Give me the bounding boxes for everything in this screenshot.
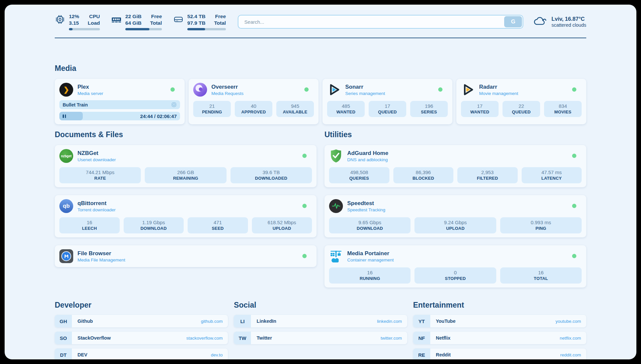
stat-value: 9.65 Gbps <box>330 220 409 225</box>
app-subtitle: Media server <box>77 91 103 96</box>
app-title: NZBGet <box>77 150 116 157</box>
link-row-dev[interactable]: DT DEV dev.to <box>55 349 228 359</box>
link-name: Netflix <box>436 335 560 341</box>
stat-value: 485 <box>328 103 363 109</box>
link-row-linkedin[interactable]: LI LinkedIn linkedin.com <box>234 315 407 327</box>
app-card-nzbget[interactable]: nzbget NZBGet Usenet downloader 744.21 M… <box>55 145 317 187</box>
link-name: LinkedIn <box>257 318 377 324</box>
app-card-overseerr[interactable]: Overseerr Media Requests 21 PENDING 40 A… <box>189 79 319 124</box>
now-playing-row: Bullet Train <box>59 100 180 109</box>
stat-label: WANTED <box>462 109 497 114</box>
status-dot <box>438 87 443 92</box>
stat-value: 498,508 <box>330 169 388 175</box>
disk-progress-fill <box>187 28 205 30</box>
stat-value: 86,396 <box>395 169 452 175</box>
app-card-speedtest[interactable]: Speedtest Speedtest Tracking 9.65 Gbps D… <box>324 195 586 237</box>
stat-value: 17 <box>370 103 405 109</box>
disk-icon <box>173 14 184 25</box>
app-card-sonarr[interactable]: Sonarr Series management 485 WANTED 17 Q… <box>322 79 452 124</box>
stat-box: 618.52 Mbps UPLOAD <box>252 217 312 233</box>
app-subtitle: Speedtest Tracking <box>347 207 385 212</box>
stat-value: 9.24 Gbps <box>416 220 495 225</box>
topbar-divider <box>55 38 586 38</box>
link-row-youtube[interactable]: YT YouTube youtube.com <box>413 315 586 327</box>
stat-box: 17 QUEUED <box>369 101 406 117</box>
stat-label: REMAINING <box>146 176 225 181</box>
stat-box: 0 STOPPED <box>414 267 496 284</box>
app-title: Media Portainer <box>347 250 394 257</box>
search-button[interactable]: G <box>504 16 522 27</box>
link-name: Github <box>77 318 201 324</box>
cpu-progress-fill <box>69 28 73 30</box>
link-url: netflix.com <box>560 336 581 341</box>
section-utilities: Utilities <box>324 130 586 288</box>
link-row-netflix[interactable]: NF Netflix netflix.com <box>413 332 586 344</box>
qbittorrent-icon: qb <box>59 199 73 213</box>
ram-stat: 22 GiB 64 GiB Free Total <box>111 13 162 30</box>
stat-label: QUEUED <box>370 109 405 114</box>
stat-value: 0 <box>416 270 495 275</box>
session-icon <box>171 102 177 107</box>
disk-stat: 52.4 TB 97.9 TB Free Total <box>173 13 226 30</box>
stat-value: 1.19 Gbps <box>125 220 183 225</box>
ram-label-top: Free <box>150 13 162 20</box>
stat-label: WANTED <box>328 109 363 114</box>
link-row-github[interactable]: GH Github github.com <box>55 315 228 327</box>
section-heading-utilities: Utilities <box>324 130 586 139</box>
app-subtitle: Media File Management <box>77 258 125 262</box>
app-card-plex[interactable]: ❯ Plex Media server Bullet Train <box>55 79 185 124</box>
stat-box: 744.21 Mbps RATE <box>59 167 141 183</box>
stat-box: 485 WANTED <box>327 101 365 117</box>
stat-label: UPLOAD <box>253 226 311 231</box>
link-url: linkedin.com <box>377 319 402 324</box>
link-row-twitter[interactable]: TW Twitter twitter.com <box>234 332 407 344</box>
stat-label: LEECH <box>61 226 118 231</box>
app-title: Radarr <box>479 84 518 90</box>
stat-box: 471 SEED <box>188 217 248 233</box>
app-card-adguard[interactable]: AdGuard Home DNS and adblocking 498,508 … <box>324 145 586 187</box>
status-dot <box>304 87 309 92</box>
cpu-label-bottom: Load <box>88 20 100 26</box>
stat-value: 22 <box>504 103 539 109</box>
app-card-filebrowser[interactable]: File Browser Media File Management <box>55 245 317 267</box>
stat-box: 196 SERIES <box>410 101 448 117</box>
stat-box: 9.24 Gbps UPLOAD <box>414 217 496 233</box>
app-card-radarr[interactable]: Radarr Movie management 17 WANTED 22 QUE… <box>456 79 586 124</box>
stat-value: 471 <box>189 220 247 225</box>
stat-label: MOVIES <box>545 109 580 114</box>
stat-value: 47.57 ms <box>523 169 581 175</box>
app-subtitle: Torrent downloader <box>77 207 116 212</box>
stat-label: QUEUED <box>504 109 539 114</box>
status-dot <box>302 254 307 258</box>
link-name: Twitter <box>257 335 381 341</box>
app-title: AdGuard Home <box>347 150 388 157</box>
stat-value: 266 GB <box>146 169 225 175</box>
pause-icon <box>63 114 66 118</box>
search-input[interactable] <box>238 15 523 29</box>
app-subtitle: Media Requests <box>211 91 244 96</box>
stat-value: 21 <box>195 103 229 109</box>
app-title: Overseerr <box>211 84 244 90</box>
plex-icon: ❯ <box>59 83 73 97</box>
app-card-qbittorrent[interactable]: qb qBittorrent Torrent downloader 16 LEE… <box>55 195 317 237</box>
cpu-progressbar <box>69 28 100 30</box>
weather-widget: Lviv, 16.87°C scattered clouds <box>533 16 586 28</box>
stat-box: 16 RUNNING <box>329 267 411 284</box>
link-tag: LI <box>234 315 251 327</box>
link-tag: YT <box>413 315 430 327</box>
stat-box: 16 TOTAL <box>500 267 582 284</box>
stat-label: AVAILABLE <box>278 109 313 114</box>
stat-value: 945 <box>278 103 313 109</box>
stat-value: 16 <box>330 270 409 275</box>
stat-box: 9.65 Gbps DOWNLOAD <box>329 217 411 233</box>
playback-progressbar: 24:44 / 02:06:47 <box>59 112 180 120</box>
app-card-portainer[interactable]: Media Portainer Container management 16 … <box>324 245 586 288</box>
link-row-stackoverflow[interactable]: SO StackOverflow stackoverflow.com <box>55 332 228 344</box>
link-url: dev.to <box>211 352 223 357</box>
link-row-reddit[interactable]: RE Reddit reddit.com <box>413 349 586 359</box>
stat-label: SERIES <box>412 109 446 114</box>
stat-label: STOPPED <box>416 276 495 281</box>
stat-value: 40 <box>236 103 271 109</box>
app-title: File Browser <box>77 250 125 257</box>
stat-box: 266 GB REMAINING <box>145 167 226 183</box>
